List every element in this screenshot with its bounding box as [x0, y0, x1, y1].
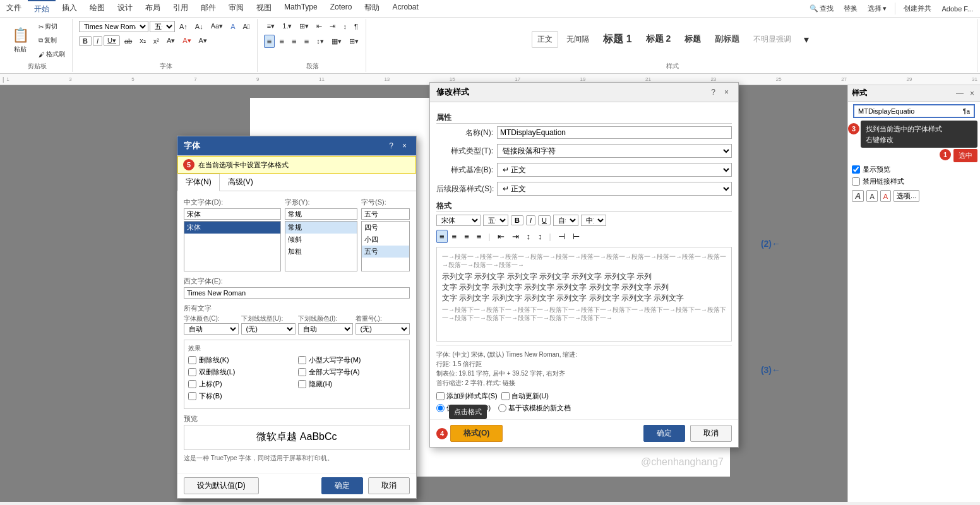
next-style-select[interactable]: ↵ 正文	[497, 182, 732, 196]
ms-indent3[interactable]: ⊢	[570, 230, 583, 243]
modify-style-help[interactable]: ?	[708, 87, 719, 97]
select-button[interactable]: 选择 ▾	[864, 2, 890, 15]
decrease-indent-button[interactable]: ⇤	[313, 20, 325, 32]
ms-color-select[interactable]: 自动	[553, 215, 578, 226]
style-type-select[interactable]: 链接段落和字符	[497, 144, 732, 158]
font-cancel[interactable]: 取消	[368, 477, 410, 494]
tab-references[interactable]: 引用	[167, 0, 194, 17]
size-input[interactable]	[361, 208, 410, 220]
name-input[interactable]	[497, 126, 732, 139]
strikethrough-button[interactable]: ab	[121, 35, 135, 47]
ms-line1[interactable]: ↕	[523, 230, 534, 243]
western-font-input[interactable]	[184, 287, 410, 299]
style-input[interactable]	[285, 208, 357, 220]
decrease-font-button[interactable]: A↓	[192, 21, 206, 32]
modify-style-ok[interactable]: 确定	[643, 425, 685, 442]
tab-help[interactable]: 帮助	[358, 0, 386, 17]
font-color-button[interactable]: A▾	[179, 35, 194, 47]
styles-panel-close[interactable]: ×	[968, 89, 976, 98]
size-4[interactable]: 四号	[362, 222, 409, 234]
paste-button[interactable]: 📋 粘贴	[6, 23, 34, 58]
subscript-button[interactable]: x₂	[136, 35, 149, 47]
tab-acrobat[interactable]: Acrobat	[386, 0, 424, 17]
style-subtitle-button[interactable]: 副标题	[709, 30, 745, 48]
tab-design[interactable]: 设计	[111, 0, 139, 17]
multilevel-button[interactable]: ⊞▾	[296, 20, 312, 32]
ms-indent1[interactable]: ⇤	[494, 230, 508, 243]
double-strike-check[interactable]	[188, 368, 196, 376]
styles-more-button[interactable]: ▾	[799, 32, 813, 47]
hidden-check[interactable]	[298, 380, 306, 388]
font-ok[interactable]: 确定	[321, 477, 363, 494]
chinese-font-input[interactable]	[184, 208, 281, 220]
style-new-button[interactable]: A	[852, 190, 864, 202]
font-set-default[interactable]: 设为默认值(D)	[184, 477, 259, 494]
font-size-select[interactable]: 五号	[150, 21, 175, 32]
numbering-button[interactable]: 1.▾	[279, 20, 295, 32]
align-left-button[interactable]: ≡	[264, 35, 275, 48]
format-painter-button[interactable]: 🖌 格式刷	[35, 48, 68, 61]
format-button[interactable]: 格式(O)	[450, 425, 503, 442]
size-5[interactable]: 五号	[362, 246, 409, 258]
size-small4[interactable]: 小四	[362, 234, 409, 246]
font-color-dropdown[interactable]: 自动	[184, 323, 239, 335]
select-annotation-button[interactable]: 选中	[953, 149, 977, 162]
tab-mailings[interactable]: 邮件	[194, 0, 222, 17]
underline-style-dropdown[interactable]: (无)	[241, 323, 296, 335]
tab-zotero[interactable]: Zotero	[324, 0, 359, 17]
bold-button[interactable]: B	[79, 36, 92, 46]
ms-size-select[interactable]: 五号	[483, 215, 508, 226]
disable-linked-checkbox[interactable]	[852, 177, 860, 186]
style-heading2-button[interactable]: 标题 2	[640, 30, 677, 48]
modify-style-close[interactable]: ×	[721, 87, 732, 97]
borders-button[interactable]: ⊞▾	[346, 35, 362, 47]
tab-home[interactable]: 开始	[28, 0, 56, 17]
font-dialog-close[interactable]: ×	[399, 141, 410, 151]
tab-review[interactable]: 审阅	[222, 0, 250, 17]
tab-file[interactable]: 文件	[0, 0, 28, 17]
change-case-button[interactable]: Aa▾	[208, 20, 226, 32]
highlight-button[interactable]: A▾	[164, 35, 178, 47]
underline-button[interactable]: U▾	[104, 35, 120, 46]
superscript-check[interactable]	[188, 380, 196, 388]
sort-button[interactable]: ↕	[340, 21, 350, 32]
ms-bold-btn[interactable]: B	[511, 215, 523, 225]
style-base-select[interactable]: ↵ 正文	[497, 163, 732, 177]
font-family-select[interactable]: Times New Roma	[79, 21, 148, 32]
align-right-button[interactable]: ≡	[289, 35, 300, 48]
copy-button[interactable]: ⧉ 复制	[35, 34, 68, 47]
ms-indent2[interactable]: ⇥	[509, 230, 522, 243]
tab-insert[interactable]: 插入	[56, 0, 83, 17]
tab-draw[interactable]: 绘图	[83, 0, 111, 17]
style-normal-button[interactable]: 正文	[532, 31, 558, 48]
ms-font-select[interactable]: 宋体	[436, 215, 481, 226]
all-caps-check[interactable]	[298, 368, 306, 376]
tab-mathtype[interactable]: MathType	[278, 0, 324, 17]
subscript-check[interactable]	[188, 392, 196, 400]
style-regular[interactable]: 常规	[285, 222, 357, 234]
add-to-library-checkbox[interactable]	[436, 392, 445, 400]
ms-align-justify[interactable]: ≡	[474, 230, 485, 243]
chinese-font-item-songti[interactable]: 宋体	[184, 222, 280, 234]
align-center-button[interactable]: ≡	[276, 35, 287, 48]
justify-button[interactable]: ≡	[301, 35, 313, 48]
ms-dedent[interactable]: ⊣	[555, 230, 568, 243]
font-color2-button[interactable]: A▾	[196, 35, 210, 47]
italic-button[interactable]: I	[93, 36, 102, 46]
increase-font-button[interactable]: A↑	[176, 21, 191, 32]
ms-line2[interactable]: ↕	[535, 230, 546, 243]
style-italic[interactable]: 倾斜	[285, 234, 357, 246]
style-nospace-button[interactable]: 无间隔	[561, 31, 595, 48]
only-doc-radio[interactable]	[436, 404, 445, 412]
adobe-button[interactable]: Adobe F...	[938, 3, 976, 15]
replace-button[interactable]: 替换	[840, 2, 861, 15]
strikethrough-check[interactable]	[188, 356, 196, 364]
style-bold[interactable]: 加粗	[285, 246, 357, 258]
style-manage-button[interactable]: A	[880, 190, 891, 202]
ms-underline-btn[interactable]: U	[538, 215, 551, 225]
style-item-mtdisplay[interactable]: MTDisplayEquatio ¶a	[853, 104, 975, 118]
create-share-button[interactable]: 创建并共	[900, 2, 935, 15]
font-dialog-help[interactable]: ?	[386, 141, 397, 151]
modify-style-cancel[interactable]: 取消	[690, 425, 732, 442]
auto-update-checkbox[interactable]	[501, 392, 510, 400]
